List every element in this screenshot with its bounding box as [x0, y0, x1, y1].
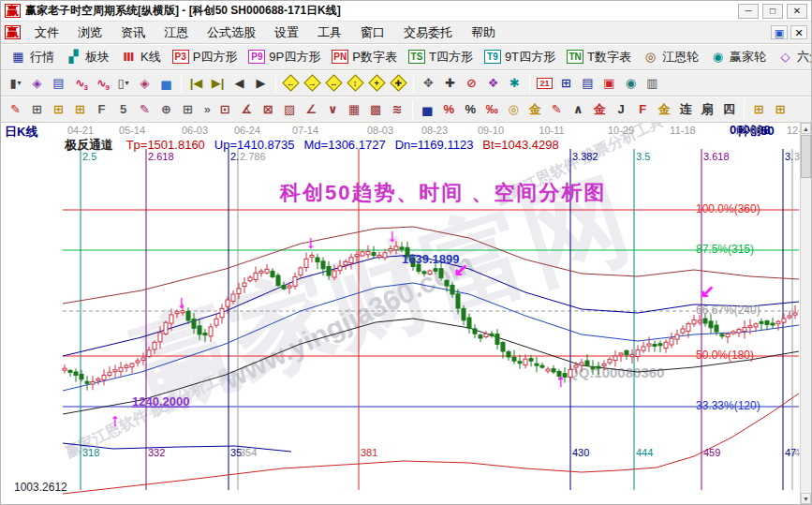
f-grid-tool[interactable]: F	[92, 100, 111, 119]
p-square-button[interactable]: P3P四方形	[167, 46, 244, 68]
gold-grid-tool[interactable]: ⊞	[49, 100, 68, 119]
menu-资讯[interactable]: 资讯	[111, 22, 155, 43]
gann-wheel-button[interactable]: ◎江恩轮	[637, 46, 704, 68]
minimize-button[interactable]: ─	[738, 4, 759, 19]
close-button[interactable]: ✕	[787, 4, 807, 19]
next-bar-button[interactable]: ▶	[251, 74, 271, 93]
wave-3-tool[interactable]: ∿3	[70, 74, 90, 93]
web-save-tool[interactable]: ◉	[621, 74, 641, 93]
gann-diamond-expand[interactable]: ✚	[389, 74, 408, 93]
report-tool[interactable]: ▤	[578, 74, 598, 93]
candle-style-picker[interactable]: ▮▾	[6, 74, 25, 93]
lian-angle-tool[interactable]: 连	[676, 100, 696, 119]
colorful-chart-tool[interactable]: ▅	[156, 74, 176, 93]
fan-angle-tool[interactable]: 扇	[698, 100, 717, 119]
box-diagonal-tool[interactable]: ▨	[280, 100, 300, 119]
pen-candle-tool[interactable]: ✎	[547, 100, 567, 119]
save-tool[interactable]: ▣	[599, 74, 619, 93]
kline-chart[interactable]: 赢家财富网www.yingjia360.comQQ:100080360赢家江恩软…	[1, 123, 802, 498]
angle-lines-tool[interactable]: ∠	[302, 100, 321, 119]
menu-文件[interactable]: 文件	[25, 22, 68, 43]
prev-bar-button-icon: ◀	[235, 76, 244, 90]
print-tool[interactable]: ▥	[642, 74, 662, 93]
dense-grid-tool[interactable]: ▦	[345, 100, 364, 119]
yellow-grid2-tool[interactable]: ⊞	[771, 100, 790, 119]
gann-diamond-horizontal[interactable]: ↔	[324, 74, 344, 93]
winner-wheel-button[interactable]: ◉赢家轮	[704, 46, 772, 68]
gold-grid2-tool[interactable]: ⊞	[70, 100, 90, 119]
menu-窗口[interactable]: 窗口	[351, 22, 394, 43]
t-number-table-label: T数字表	[587, 49, 631, 66]
menu-帮助[interactable]: 帮助	[462, 22, 505, 43]
maximize-button[interactable]: □	[762, 4, 783, 19]
percent-line-tool[interactable]: ‰	[482, 100, 502, 119]
box-line-tool[interactable]: ⊡	[215, 100, 235, 119]
first-bar-button[interactable]: |◀	[186, 74, 206, 93]
a-wave-tool[interactable]: ∧	[568, 100, 588, 119]
mesh-tool[interactable]: ◈	[135, 74, 155, 93]
menu-交易委托[interactable]: 交易委托	[394, 22, 462, 43]
plain-grid-tool[interactable]: ⊞	[178, 100, 198, 119]
slant-lines-tool[interactable]: ≋	[388, 100, 407, 119]
menu-设置[interactable]: 设置	[265, 22, 308, 43]
menu-浏览[interactable]: 浏览	[68, 22, 111, 43]
gold-angle2-tool[interactable]: 金	[655, 100, 674, 119]
p-number-table-button[interactable]: PNP数字表	[326, 46, 403, 68]
9t-square-button[interactable]: T99T四方形	[479, 46, 561, 68]
kline-button[interactable]: ⅢK线	[115, 46, 167, 68]
chart-scrollbar[interactable]: ▲ ▼	[800, 123, 811, 504]
gann-diamond-right[interactable]: →	[303, 74, 322, 93]
v-lines-tool[interactable]: ∨	[323, 100, 343, 119]
last-bar-button[interactable]: ▶|	[208, 74, 228, 93]
gold-angle-tool[interactable]: 金	[590, 100, 610, 119]
fan-lines-tool[interactable]: ∡	[237, 100, 257, 119]
t-square-button[interactable]: TST四方形	[403, 46, 479, 68]
delete-line-tool[interactable]: ⊘	[462, 74, 481, 93]
scale-bars-tool[interactable]: ▅	[418, 100, 437, 119]
scroll-up-button[interactable]: ▲	[801, 123, 811, 134]
calculator-tool[interactable]: ⊞	[556, 74, 576, 93]
percent-tool[interactable]: %	[461, 100, 480, 119]
gann-diamond-vertical[interactable]: ↕	[346, 74, 365, 93]
crosshair-tool[interactable]: ✚	[440, 74, 460, 93]
scroll-down-button[interactable]: ▼	[801, 493, 811, 504]
gold-circle-tool[interactable]: ◎	[504, 100, 524, 119]
j-angle-tool[interactable]: J	[612, 100, 631, 119]
pattern-tool[interactable]: ◈	[27, 74, 47, 93]
gann-diamond-left[interactable]: ←	[281, 74, 301, 93]
pen-tool[interactable]: ✎	[6, 100, 25, 119]
hexagon-button[interactable]: ◇六角形	[772, 46, 811, 68]
scroll-thumb[interactable]	[801, 135, 811, 178]
box-fan-tool[interactable]: ⊠	[258, 100, 278, 119]
t-number-table-button[interactable]: TNT数字表	[561, 46, 637, 68]
fractal-tool[interactable]: ❖	[483, 74, 503, 93]
single-candle-tool[interactable]: ▯▾	[113, 74, 133, 93]
four-angle-tool[interactable]: 四	[719, 100, 739, 119]
gold-level-tool[interactable]: 金	[525, 100, 545, 119]
quotes-button[interactable]: ▦行情	[5, 46, 60, 68]
grid-tool[interactable]: ⊞	[27, 100, 47, 119]
9p-square-button[interactable]: P99P四方形	[243, 46, 326, 68]
spiral-tool[interactable]: ✱	[505, 74, 524, 93]
five-grid-tool[interactable]: 5	[113, 100, 133, 119]
menu-公式选股[interactable]: 公式选股	[198, 22, 265, 43]
child-restore-button[interactable]: ▣	[771, 25, 788, 39]
circle-grid-tool[interactable]: ⊕	[156, 100, 176, 119]
sectors-button[interactable]: ▞板块	[60, 46, 115, 68]
wave-9-tool[interactable]: ∿9	[92, 74, 111, 93]
menu-工具[interactable]: 工具	[308, 22, 351, 43]
toolbar-overflow-chevron[interactable]: »	[200, 103, 214, 116]
gann-diamond-cross[interactable]: +	[367, 74, 387, 93]
percent-strike-tool[interactable]: %	[439, 100, 459, 119]
dense-grid2-tool[interactable]: ▩	[366, 100, 386, 119]
child-close-button[interactable]: ✕	[790, 25, 807, 39]
f-angle-tool[interactable]: F	[633, 100, 653, 119]
menu-江恩[interactable]: 江恩	[155, 22, 198, 43]
calendar-tool[interactable]: 21	[535, 74, 554, 93]
candlestick-plot[interactable]	[1, 123, 802, 498]
brush-tool[interactable]: ✎	[135, 100, 155, 119]
yellow-grid-tool[interactable]: ⊞	[749, 100, 769, 119]
drag-hand-tool[interactable]: ✥	[419, 74, 438, 93]
prev-bar-button[interactable]: ◀	[229, 74, 249, 93]
notes-tool[interactable]: ▤	[49, 74, 68, 93]
